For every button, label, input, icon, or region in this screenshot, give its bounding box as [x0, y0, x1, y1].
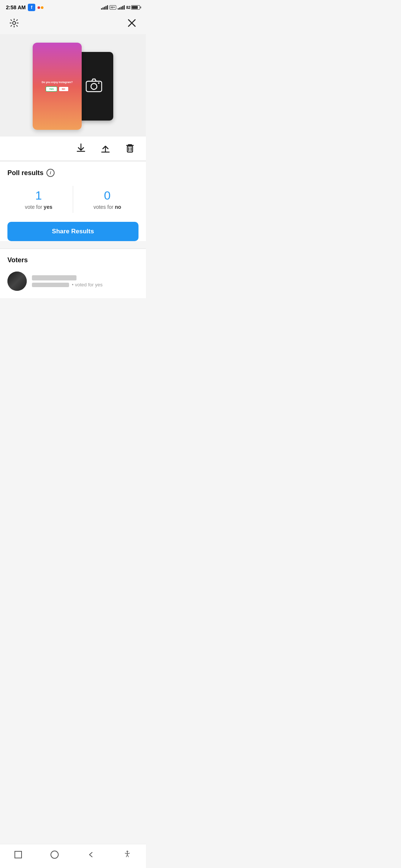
voter-item: • voted for yes: [7, 272, 138, 291]
yes-vote-count: 1: [35, 189, 42, 203]
settings-button[interactable]: [7, 16, 21, 30]
vote-counts: 1 vote for yes 0 votes for no: [7, 186, 138, 213]
voters-title: Voters: [7, 256, 138, 264]
close-button[interactable]: [125, 16, 138, 30]
poll-yes-option: YES: [46, 86, 57, 92]
share-results-button[interactable]: Share Results: [7, 222, 138, 241]
yes-votes-side: 1 vote for yes: [7, 186, 70, 213]
svg-point-0: [13, 22, 16, 24]
battery: 82: [126, 5, 140, 10]
voter-avatar: [7, 272, 27, 291]
facebook-icon: f: [28, 4, 35, 11]
svg-point-2: [91, 83, 97, 89]
download-icon: [75, 142, 87, 154]
no-vote-count: 0: [104, 189, 111, 203]
toolbar: [0, 137, 146, 161]
dot-orange: [41, 6, 43, 9]
voters-section: Voters • voted for yes: [0, 249, 146, 298]
poll-results-title: Poll results: [7, 169, 43, 177]
poll-options: YES NO: [46, 86, 68, 92]
top-nav: [0, 13, 146, 34]
close-icon: [127, 18, 137, 28]
svg-point-3: [98, 82, 100, 84]
poll-question: Do you enjoy Instagram?: [39, 81, 76, 83]
status-left: 2:58 AM f: [6, 4, 43, 11]
vote-divider: [73, 186, 73, 213]
story-preview-area: Do you enjoy Instagram? YES NO: [0, 34, 146, 131]
trash-icon: [124, 142, 136, 154]
no-votes-side: 0 votes for no: [76, 186, 138, 213]
share-toolbar-button[interactable]: [98, 141, 113, 156]
battery-icon: [131, 5, 140, 10]
voter-name: [32, 275, 76, 280]
story-card: Do you enjoy Instagram? YES NO: [33, 43, 82, 130]
battery-level: 82: [126, 6, 130, 10]
status-right: H+ 82: [101, 5, 140, 10]
svg-rect-4: [127, 146, 133, 152]
dots-icon: [38, 6, 43, 9]
signal-bars: [101, 5, 108, 10]
signal-bars-2: [118, 5, 125, 10]
dot-red: [38, 6, 40, 9]
voter-voted-label: voted for yes: [75, 282, 102, 287]
story-notch: [0, 131, 146, 137]
poll-no-option: NO: [59, 86, 69, 92]
share-icon: [100, 142, 111, 154]
download-button[interactable]: [74, 141, 88, 156]
poll-results-header: Poll results i: [7, 169, 138, 177]
info-icon[interactable]: i: [46, 169, 55, 177]
voter-voted-name: [32, 283, 69, 287]
status-bar: 2:58 AM f H+ 82: [0, 0, 146, 13]
network-type: H+: [110, 5, 116, 10]
delete-button[interactable]: [123, 141, 137, 156]
voter-info: • voted for yes: [32, 275, 102, 287]
poll-results-section: Poll results i 1 vote for yes 0 votes fo…: [0, 161, 146, 241]
yes-vote-label: vote for yes: [25, 204, 52, 210]
status-time: 2:58 AM: [6, 4, 26, 10]
voter-voted-text: • voted for yes: [32, 282, 102, 287]
gear-icon: [9, 18, 19, 28]
camera-icon: [86, 78, 102, 94]
no-vote-label: votes for no: [94, 204, 121, 210]
